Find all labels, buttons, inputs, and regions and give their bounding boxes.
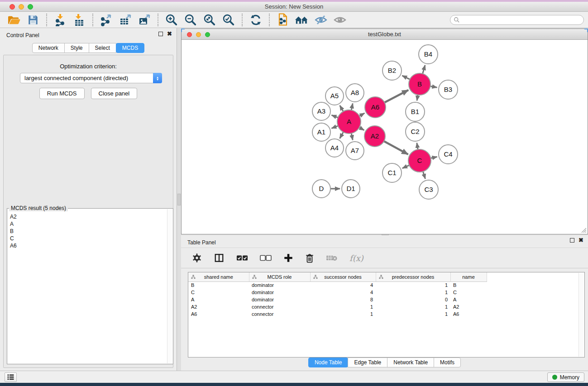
- zoom-in-button[interactable]: [162, 13, 181, 27]
- tab-select[interactable]: Select: [89, 43, 116, 53]
- node-A6[interactable]: A6: [365, 97, 386, 118]
- edge-A-A4[interactable]: [340, 132, 344, 138]
- table-cell[interactable]: 1: [310, 310, 376, 318]
- table-row[interactable]: Adominator80A: [188, 296, 487, 303]
- close-panel-icon[interactable]: ✖: [578, 238, 583, 243]
- edge-B-B4[interactable]: [423, 65, 425, 74]
- node-A4[interactable]: A4: [325, 139, 344, 157]
- node-A2[interactable]: A2: [364, 126, 385, 147]
- table-cell[interactable]: 4: [310, 289, 376, 296]
- table-cell[interactable]: dominator: [249, 296, 310, 303]
- edge-C-C2[interactable]: [417, 143, 418, 150]
- refresh-view-button[interactable]: [246, 13, 265, 27]
- search-input[interactable]: [450, 15, 584, 25]
- memory-button[interactable]: Memory: [547, 372, 584, 382]
- function-builder-button[interactable]: f(x): [349, 253, 363, 263]
- result-item[interactable]: B: [8, 228, 167, 235]
- edge-A-A5[interactable]: [340, 105, 344, 111]
- node-A5[interactable]: A5: [325, 87, 344, 105]
- optimization-criterion-select[interactable]: largest connected component (directed) ▲…: [20, 73, 162, 83]
- edge-A6-B[interactable]: [384, 90, 408, 102]
- edge-A-A8[interactable]: [351, 104, 353, 110]
- export-network-button[interactable]: [97, 13, 116, 27]
- export-table-button[interactable]: [116, 13, 135, 27]
- import-network-button[interactable]: [51, 13, 70, 27]
- node-C4[interactable]: C4: [439, 145, 458, 164]
- result-item[interactable]: A: [8, 220, 167, 228]
- node-C[interactable]: C: [408, 149, 431, 172]
- node-A7[interactable]: A7: [346, 142, 364, 160]
- mcds-result-list[interactable]: A2ABCA6: [8, 213, 167, 363]
- node-A3[interactable]: A3: [312, 102, 330, 120]
- table-scrollbar[interactable]: [578, 273, 584, 357]
- result-scrollbar[interactable]: [167, 209, 172, 363]
- node-B[interactable]: B: [409, 73, 430, 95]
- import-table-button[interactable]: [70, 13, 89, 27]
- edge-A-A1[interactable]: [331, 126, 338, 128]
- edge-A2-C[interactable]: [384, 141, 408, 154]
- table-cell[interactable]: A2: [450, 303, 487, 310]
- zoom-out-button[interactable]: [181, 13, 200, 27]
- edge-A-A7[interactable]: [351, 133, 353, 140]
- table-cell[interactable]: 0: [376, 296, 450, 303]
- table-cell[interactable]: connector: [249, 310, 310, 318]
- table-cell[interactable]: C: [450, 289, 487, 296]
- edge-B-B1[interactable]: [417, 95, 418, 101]
- edge-C-C1[interactable]: [402, 165, 409, 168]
- node-B3[interactable]: B3: [439, 80, 458, 99]
- export-image-button[interactable]: [135, 13, 154, 27]
- tab-network-table[interactable]: Network Table: [387, 357, 434, 367]
- node-B1[interactable]: B1: [406, 102, 425, 121]
- node-C2[interactable]: C2: [406, 122, 425, 141]
- deselect-all-button[interactable]: [260, 255, 272, 261]
- edge-A-A2[interactable]: [359, 128, 364, 130]
- result-item[interactable]: C: [8, 235, 167, 242]
- table-cell[interactable]: 1: [376, 281, 450, 289]
- tab-motifs[interactable]: Motifs: [434, 357, 461, 367]
- node-A8[interactable]: A8: [346, 84, 364, 102]
- table-cell[interactable]: 4: [310, 281, 376, 289]
- table-cell[interactable]: C: [188, 289, 249, 296]
- delete-column-button[interactable]: [305, 253, 314, 263]
- zoom-fit-button[interactable]: [200, 13, 219, 27]
- open-session-button[interactable]: [5, 13, 24, 27]
- result-item[interactable]: A2: [8, 213, 167, 220]
- splitter-grip-vertical[interactable]: [177, 194, 181, 205]
- close-panel-icon[interactable]: ✖: [167, 32, 172, 36]
- edge-A-A6[interactable]: [359, 113, 365, 116]
- close-panel-button[interactable]: Close panel: [91, 88, 138, 99]
- node-C1[interactable]: C1: [382, 163, 402, 182]
- zoom-selected-button[interactable]: [219, 13, 238, 27]
- home-layout-button[interactable]: [292, 13, 311, 27]
- node-table-grid[interactable]: shared nameMCDS rolesuccessor nodesprede…: [188, 272, 487, 318]
- table-cell[interactable]: connector: [249, 303, 310, 310]
- table-row[interactable]: Bdominator41B: [188, 281, 487, 289]
- table-row[interactable]: Cdominator41C: [188, 289, 487, 296]
- column-header-MCDS-role[interactable]: MCDS role: [249, 272, 310, 281]
- network-file-button[interactable]: [273, 13, 292, 27]
- node-D[interactable]: D: [312, 180, 330, 198]
- column-header-name[interactable]: name: [450, 272, 487, 281]
- table-cell[interactable]: A6: [188, 310, 249, 318]
- table-cell[interactable]: 1: [376, 289, 450, 296]
- resize-grip-icon[interactable]: [580, 227, 587, 233]
- table-cell[interactable]: 1: [376, 310, 450, 318]
- column-header-successor-nodes[interactable]: successor nodes: [310, 272, 376, 281]
- select-all-button[interactable]: [236, 255, 248, 261]
- table-cell[interactable]: A6: [450, 310, 487, 318]
- node-A1[interactable]: A1: [312, 123, 330, 141]
- table-cell[interactable]: A: [188, 296, 249, 303]
- node-B2[interactable]: B2: [382, 61, 402, 80]
- table-cell[interactable]: B: [188, 281, 249, 289]
- table-cell[interactable]: A2: [188, 303, 249, 310]
- node-B4[interactable]: B4: [419, 45, 438, 64]
- edge-C-C3[interactable]: [423, 172, 425, 179]
- save-session-button[interactable]: [24, 13, 43, 27]
- tab-mcds[interactable]: MCDS: [116, 43, 144, 53]
- edge-B-B3[interactable]: [430, 86, 437, 87]
- show-view-button[interactable]: [330, 13, 349, 27]
- table-cell[interactable]: 1: [310, 303, 376, 310]
- table-cell[interactable]: A: [450, 296, 487, 303]
- edge-C-C4[interactable]: [430, 157, 437, 158]
- result-item[interactable]: A6: [8, 242, 167, 249]
